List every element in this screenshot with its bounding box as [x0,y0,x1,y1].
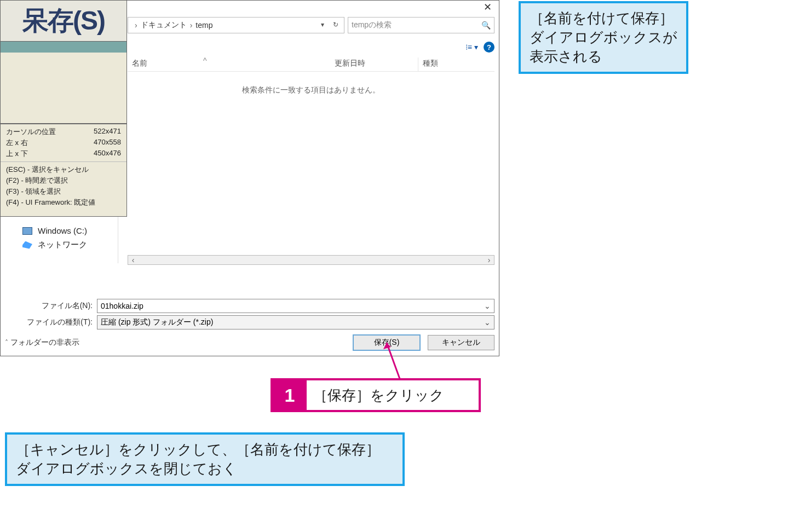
breadcrumb-seg[interactable]: temp [195,21,212,30]
filetype-value: 圧縮 (zip 形式) フォルダー (*.zip) [101,317,213,327]
scroll-right-icon[interactable]: › [484,256,494,264]
form-area: ファイル名(N): 01hokkai.zip ⌄ ファイルの種類(T): 圧縮 … [5,297,494,332]
view-mode-button[interactable]: ⁝≡ ▾ [465,43,478,51]
chevron-down-icon[interactable]: ⌄ [484,318,491,327]
hotkey-row: (F2) - 時間差で選択 [1,175,126,186]
hotkey-row: (F4) - UI Framework: 既定値 [1,197,126,208]
sidebar-item-drive[interactable]: Windows (C:) [22,226,87,235]
filetype-label: ファイルの種類(T): [5,317,97,327]
overlay-accent-bar [0,42,127,53]
stat-value: 470x558 [94,138,121,148]
drive-icon [22,227,32,235]
callout-bottom: ［キャンセル］をクリックして、［名前を付けて保存］ダイアログボックスを閉じておく [5,432,405,486]
hotkey-row: (ESC) - 選択をキャンセル [1,164,126,175]
step-text: ［保存］をクリック [307,380,479,410]
filename-label: ファイル名(N): [5,301,97,311]
hide-folders-toggle[interactable]: ˄ フォルダーの非表示 [5,338,79,348]
breadcrumb-seg[interactable]: ドキュメント [141,20,187,30]
chevron-up-icon: ˄ [5,339,8,346]
column-name[interactable]: 名前 ^ [128,57,330,71]
hide-folders-label: フォルダーの非表示 [10,338,79,348]
chevron-right-icon: › [135,21,137,30]
chevron-down-icon[interactable]: ⌄ [484,302,491,310]
stat-label: 上 x 下 [6,149,28,159]
horizontal-scrollbar[interactable]: ‹ › [128,255,494,265]
sidebar-item-network[interactable]: ネットワーク [22,240,87,250]
empty-message: 検索条件に一致する項目はありません。 [128,85,494,95]
stat-value: 450x476 [94,149,121,159]
scroll-track[interactable] [138,256,484,264]
address-dropdown-icon[interactable]: ▾ [317,19,329,31]
sidebar-item-label: Windows (C:) [38,226,87,235]
cancel-button[interactable]: キャンセル [428,335,494,350]
address-bar-row: › ドキュメント › temp ▾ ↻ tempの検索 🔍 [128,17,494,33]
overlay-title-bar: 呆存(S) [0,0,127,42]
column-kind[interactable]: 種類 [418,57,494,71]
view-list-icon: ⁝≡ [465,43,472,51]
filename-field[interactable]: 01hokkai.zip ⌄ [97,299,494,313]
step-callout: 1 ［保存］をクリック [271,378,481,412]
help-icon[interactable]: ? [484,42,494,53]
overlay-stats-panel: カーソルの位置 522x471 左 x 右 470x558 上 x 下 450x… [0,124,127,217]
step-number: 1 [273,380,307,410]
column-name-label: 名前 [132,59,147,67]
stat-value: 522x471 [94,127,121,137]
column-date[interactable]: 更新日時 [330,57,418,71]
search-icon[interactable]: 🔍 [481,21,491,30]
scroll-left-icon[interactable]: ‹ [128,256,138,264]
search-placeholder: tempの検索 [352,20,392,30]
sort-asc-icon: ^ [203,56,207,65]
chevron-right-icon: › [190,21,193,30]
filename-value: 01hokkai.zip [101,302,143,310]
refresh-icon[interactable]: ↻ [330,19,342,31]
save-button[interactable]: 保存(S) [353,335,420,350]
chevron-down-icon: ▾ [474,43,478,51]
hotkey-row: (F3) - 領域を選択 [1,186,126,197]
dialog-toolbar: ⁝≡ ▾ ? [128,38,494,56]
breadcrumb[interactable]: › ドキュメント › temp ▾ ↻ [128,17,344,33]
dialog-bottom-row: ˄ フォルダーの非表示 保存(S) キャンセル [5,334,494,351]
filetype-field[interactable]: 圧縮 (zip 形式) フォルダー (*.zip) ⌄ [97,315,494,329]
stat-label: 左 x 右 [6,138,28,148]
network-icon [22,241,32,249]
search-input[interactable]: tempの検索 🔍 [348,17,494,33]
sidebar-items: Windows (C:) ネットワーク [22,222,87,255]
close-button[interactable]: ✕ [476,1,499,16]
sidebar-item-label: ネットワーク [38,240,87,250]
overlay-body [0,53,127,124]
callout-top: ［名前を付けて保存］ダイアログボックスが表示される [519,1,688,74]
stat-label: カーソルの位置 [6,127,56,137]
file-list-header: 名前 ^ 更新日時 種類 [128,57,494,72]
overlay-title-text: 呆存(S) [22,3,105,38]
